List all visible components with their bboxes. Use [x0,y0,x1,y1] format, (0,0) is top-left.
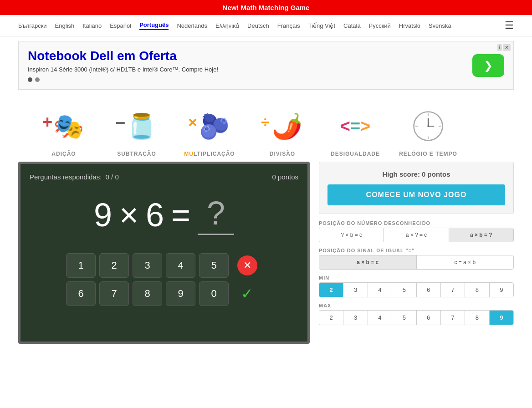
cancel-icon: ✕ [237,255,257,275]
hamburger-menu[interactable]: ☰ [505,20,514,31]
max-btn-9[interactable]: 9 [490,311,513,325]
ad-close-icon[interactable]: ✕ [503,44,511,51]
subtraction-icon: − 🫙 [112,103,162,149]
nav-item-1[interactable]: English [55,22,75,29]
nav-item-11[interactable]: Русский [369,22,391,29]
categories-row: + 🎭 ADIÇÃO − 🫙 SUBTRAÇÃO × 🫐 MULTIPLICAÇ… [0,94,532,162]
nav-item-8[interactable]: Français [277,22,300,29]
addition-label: ADIÇÃO [51,151,76,157]
clock-label: RELÓGIO E TEMPO [399,151,457,157]
subtraction-label: SUBTRAÇÃO [117,151,156,157]
max-btn-3[interactable]: 3 [343,311,368,325]
min-btn-3[interactable]: 3 [343,283,368,297]
max-label: MAX [319,303,514,308]
key-confirm[interactable]: ✓ [232,281,262,306]
max-btn-6[interactable]: 6 [417,311,441,325]
min-btn-7[interactable]: 7 [441,283,465,297]
eq-unknown: ? [198,194,234,235]
unknown-pos-1[interactable]: a × ? = c [384,228,449,242]
nav-item-12[interactable]: Hrvatski [399,22,420,29]
nav-item-7[interactable]: Deutsch [247,22,269,29]
points-display: 0 pontos [272,173,298,181]
sidebar: High score: 0 pontos COMECE UM NOVO JOGO… [319,162,514,344]
chalk-equation: 9 × 6 = ? [30,194,298,235]
ad-corner-controls: i ✕ [497,44,511,51]
max-btn-7[interactable]: 7 [441,311,465,325]
min-btn-5[interactable]: 5 [392,283,416,297]
key-cancel[interactable]: ✕ [232,253,262,278]
min-btn-8[interactable]: 8 [465,283,489,297]
category-addition[interactable]: + 🎭 ADIÇÃO [27,103,100,157]
max-btn-8[interactable]: 8 [465,311,489,325]
equals-pos-1[interactable]: c = a × b [417,255,514,269]
key-0[interactable]: 0 [199,281,229,306]
new-game-button[interactable]: COMECE UM NOVO JOGO [327,184,505,205]
confirm-icon: ✓ [241,285,253,302]
max-section: MAX 2 3 4 5 6 7 8 9 [319,303,514,325]
min-btn-4[interactable]: 4 [368,283,392,297]
key-4[interactable]: 4 [166,253,195,278]
min-btn-6[interactable]: 6 [417,283,441,297]
nav-item-2[interactable]: Italiano [82,22,102,29]
category-multiplication[interactable]: × 🫐 MULTIPLICAÇÃO [173,103,246,157]
questions-label: Perguntas respondidas: 0 / 0 [30,173,119,181]
chalkboard: Perguntas respondidas: 0 / 0 0 pontos 9 … [18,162,310,344]
key-9[interactable]: 9 [166,281,195,306]
max-btn-5[interactable]: 5 [392,311,416,325]
ad-arrow-button[interactable]: ❯ [472,54,504,77]
max-selector: 2 3 4 5 6 7 8 9 [319,310,514,325]
addition-icon: + 🎭 [39,103,89,149]
score-box: High score: 0 pontos COMECE UM NOVO JOGO [319,162,514,214]
key-6[interactable]: 6 [66,281,96,306]
unknown-pos-0[interactable]: ? × b = c [319,228,384,242]
multiplication-icon: × 🫐 [184,103,235,149]
min-btn-2[interactable]: 2 [319,283,343,297]
category-inequality[interactable]: < = > DESIGUALDADE [319,103,392,157]
inequality-icon: < = > [330,103,380,149]
unknown-pos-2[interactable]: a × b = ? [449,228,513,242]
unknown-position-section: POSIÇÃO DO NÚMERO DESCONHECIDO ? × b = c… [319,220,514,242]
ad-title: Notebook Dell em Oferta [28,49,218,63]
unknown-position-group: ? × b = c a × ? = c a × b = ? [319,228,514,242]
eq-equals: = [171,196,190,234]
min-section: MIN 2 3 4 5 6 7 8 9 [319,275,514,297]
inequality-label: DESIGUALDADE [331,151,380,157]
ad-dot-2[interactable] [35,77,40,82]
ad-content: Notebook Dell em Oferta Inspiron 14 Séri… [28,49,218,82]
key-7[interactable]: 7 [99,281,129,306]
ad-info-icon[interactable]: i [497,44,502,51]
ad-dot-1[interactable] [28,77,32,82]
ad-banner: Notebook Dell em Oferta Inspiron 14 Séri… [18,41,514,90]
chalk-header: Perguntas respondidas: 0 / 0 0 pontos [30,173,298,181]
nav-item-9[interactable]: Tiếng Việt [308,22,335,29]
nav-item-6[interactable]: Ελληνικά [215,22,239,29]
banner-text: New! Math Matching Game [223,4,310,11]
key-2[interactable]: 2 [99,253,129,278]
max-btn-2[interactable]: 2 [319,311,343,325]
equals-pos-0[interactable]: a × b = c [319,255,417,269]
unknown-position-label: POSIÇÃO DO NÚMERO DESCONHECIDO [319,220,514,226]
clock-icon [403,103,453,149]
nav-item-13[interactable]: Svenska [429,22,451,29]
nav-item-3[interactable]: Español [110,22,131,29]
key-5[interactable]: 5 [199,253,229,278]
key-1[interactable]: 1 [66,253,96,278]
ad-subtitle: Inspiron 14 Série 3000 (Intel®) c/ HD1TB… [28,66,218,73]
min-btn-9[interactable]: 9 [490,283,513,297]
category-division[interactable]: ÷ 🌶️ DIVISÃO [246,103,319,157]
nav-item-4[interactable]: Português [139,21,169,30]
key-8[interactable]: 8 [133,281,162,306]
nav-item-0[interactable]: Български [18,22,47,29]
equals-position-section: POSIÇÃO DO SINAL DE IGUAL "=" a × b = c … [319,248,514,270]
settings-section: POSIÇÃO DO NÚMERO DESCONHECIDO ? × b = c… [319,220,514,325]
category-subtraction[interactable]: − 🫙 SUBTRAÇÃO [100,103,173,157]
eq-operator: × [119,196,138,234]
min-label: MIN [319,275,514,280]
nav-item-5[interactable]: Nederlands [177,22,207,29]
division-icon: ÷ 🌶️ [257,103,307,149]
key-3[interactable]: 3 [133,253,162,278]
category-clock[interactable]: RELÓGIO E TEMPO [392,103,465,157]
max-btn-4[interactable]: 4 [368,311,392,325]
nav-item-10[interactable]: Català [343,22,361,29]
eq-num2: 6 [146,196,164,234]
